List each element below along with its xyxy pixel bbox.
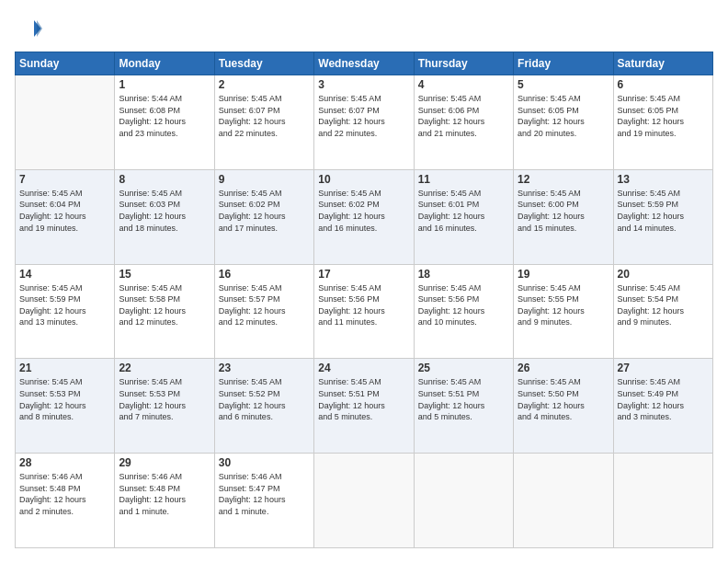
day-number: 3 <box>318 78 409 91</box>
day-info: Sunrise: 5:46 AM Sunset: 5:48 PM Dayligh… <box>119 471 210 517</box>
day-number: 18 <box>418 268 509 281</box>
day-number: 19 <box>518 268 609 281</box>
day-number: 27 <box>618 362 709 374</box>
weekday-header-wednesday: Wednesday <box>314 52 414 75</box>
day-number: 20 <box>618 268 709 281</box>
day-info: Sunrise: 5:46 AM Sunset: 5:47 PM Dayligh… <box>219 471 310 517</box>
weekday-header-tuesday: Tuesday <box>214 52 313 75</box>
calendar-cell: 16Sunrise: 5:45 AM Sunset: 5:57 PM Dayli… <box>214 264 313 359</box>
day-number: 28 <box>19 456 110 469</box>
day-number: 11 <box>418 173 509 186</box>
day-info: Sunrise: 5:45 AM Sunset: 5:52 PM Dayligh… <box>219 376 310 422</box>
header <box>15 15 713 42</box>
calendar-week-row: 7Sunrise: 5:45 AM Sunset: 6:04 PM Daylig… <box>16 169 713 264</box>
day-number: 1 <box>119 78 210 91</box>
calendar-cell: 18Sunrise: 5:45 AM Sunset: 5:56 PM Dayli… <box>414 264 513 359</box>
calendar-cell: 4Sunrise: 5:45 AM Sunset: 6:06 PM Daylig… <box>414 75 513 170</box>
calendar-week-row: 21Sunrise: 5:45 AM Sunset: 5:53 PM Dayli… <box>16 359 713 454</box>
weekday-header-monday: Monday <box>115 52 214 75</box>
calendar-cell: 2Sunrise: 5:45 AM Sunset: 6:07 PM Daylig… <box>214 75 313 170</box>
day-info: Sunrise: 5:45 AM Sunset: 5:54 PM Dayligh… <box>618 282 709 328</box>
day-info: Sunrise: 5:45 AM Sunset: 6:07 PM Dayligh… <box>318 93 409 139</box>
calendar-cell <box>414 454 513 548</box>
day-number: 22 <box>119 362 210 374</box>
svg-marker-1 <box>37 20 42 37</box>
day-number: 23 <box>219 362 310 374</box>
calendar-cell: 5Sunrise: 5:45 AM Sunset: 6:05 PM Daylig… <box>514 75 613 170</box>
day-info: Sunrise: 5:45 AM Sunset: 5:56 PM Dayligh… <box>418 282 509 328</box>
day-info: Sunrise: 5:45 AM Sunset: 5:53 PM Dayligh… <box>19 376 110 422</box>
day-number: 17 <box>318 268 409 281</box>
weekday-header-row: SundayMondayTuesdayWednesdayThursdayFrid… <box>16 52 713 75</box>
calendar-cell: 27Sunrise: 5:45 AM Sunset: 5:49 PM Dayli… <box>613 359 712 454</box>
day-number: 10 <box>318 173 409 186</box>
calendar-cell: 19Sunrise: 5:45 AM Sunset: 5:55 PM Dayli… <box>514 264 613 359</box>
day-info: Sunrise: 5:45 AM Sunset: 6:04 PM Dayligh… <box>19 188 110 234</box>
day-info: Sunrise: 5:45 AM Sunset: 5:57 PM Dayligh… <box>219 282 310 328</box>
day-info: Sunrise: 5:45 AM Sunset: 5:55 PM Dayligh… <box>518 282 609 328</box>
day-info: Sunrise: 5:45 AM Sunset: 5:56 PM Dayligh… <box>318 282 409 328</box>
day-info: Sunrise: 5:45 AM Sunset: 6:03 PM Dayligh… <box>119 188 210 234</box>
day-info: Sunrise: 5:45 AM Sunset: 6:07 PM Dayligh… <box>219 93 310 139</box>
calendar-cell: 3Sunrise: 5:45 AM Sunset: 6:07 PM Daylig… <box>314 75 414 170</box>
day-number: 26 <box>518 362 609 374</box>
day-info: Sunrise: 5:45 AM Sunset: 5:59 PM Dayligh… <box>19 282 110 328</box>
calendar-cell: 24Sunrise: 5:45 AM Sunset: 5:51 PM Dayli… <box>314 359 414 454</box>
calendar-cell: 17Sunrise: 5:45 AM Sunset: 5:56 PM Dayli… <box>314 264 414 359</box>
day-number: 6 <box>618 78 709 91</box>
day-number: 25 <box>418 362 509 374</box>
calendar-week-row: 28Sunrise: 5:46 AM Sunset: 5:48 PM Dayli… <box>16 454 713 548</box>
logo-icon <box>15 15 42 42</box>
day-info: Sunrise: 5:45 AM Sunset: 6:06 PM Dayligh… <box>418 93 509 139</box>
calendar-cell: 6Sunrise: 5:45 AM Sunset: 6:05 PM Daylig… <box>613 75 712 170</box>
calendar-cell: 29Sunrise: 5:46 AM Sunset: 5:48 PM Dayli… <box>115 454 214 548</box>
day-info: Sunrise: 5:45 AM Sunset: 5:59 PM Dayligh… <box>618 188 709 234</box>
calendar-cell: 10Sunrise: 5:45 AM Sunset: 6:02 PM Dayli… <box>314 169 414 264</box>
day-number: 5 <box>518 78 609 91</box>
page: SundayMondayTuesdayWednesdayThursdayFrid… <box>0 0 728 563</box>
weekday-header-thursday: Thursday <box>414 52 513 75</box>
logo <box>15 15 46 42</box>
calendar-cell <box>514 454 613 548</box>
day-info: Sunrise: 5:45 AM Sunset: 5:51 PM Dayligh… <box>318 376 409 422</box>
calendar-table: SundayMondayTuesdayWednesdayThursdayFrid… <box>15 52 713 548</box>
day-info: Sunrise: 5:44 AM Sunset: 6:08 PM Dayligh… <box>119 93 210 139</box>
calendar-cell: 9Sunrise: 5:45 AM Sunset: 6:02 PM Daylig… <box>214 169 313 264</box>
calendar-cell: 23Sunrise: 5:45 AM Sunset: 5:52 PM Dayli… <box>214 359 313 454</box>
day-number: 30 <box>219 456 310 469</box>
day-number: 16 <box>219 268 310 281</box>
day-info: Sunrise: 5:45 AM Sunset: 6:05 PM Dayligh… <box>618 93 709 139</box>
day-number: 21 <box>19 362 110 374</box>
calendar-cell: 30Sunrise: 5:46 AM Sunset: 5:47 PM Dayli… <box>214 454 313 548</box>
calendar-cell <box>613 454 712 548</box>
day-number: 24 <box>318 362 409 374</box>
weekday-header-friday: Friday <box>514 52 613 75</box>
calendar-cell: 15Sunrise: 5:45 AM Sunset: 5:58 PM Dayli… <box>115 264 214 359</box>
calendar-cell: 21Sunrise: 5:45 AM Sunset: 5:53 PM Dayli… <box>16 359 115 454</box>
day-info: Sunrise: 5:45 AM Sunset: 6:00 PM Dayligh… <box>518 188 609 234</box>
calendar-cell: 13Sunrise: 5:45 AM Sunset: 5:59 PM Dayli… <box>613 169 712 264</box>
day-info: Sunrise: 5:45 AM Sunset: 5:49 PM Dayligh… <box>618 376 709 422</box>
calendar-cell: 26Sunrise: 5:45 AM Sunset: 5:50 PM Dayli… <box>514 359 613 454</box>
calendar-cell: 1Sunrise: 5:44 AM Sunset: 6:08 PM Daylig… <box>115 75 214 170</box>
calendar-cell: 11Sunrise: 5:45 AM Sunset: 6:01 PM Dayli… <box>414 169 513 264</box>
calendar-cell: 28Sunrise: 5:46 AM Sunset: 5:48 PM Dayli… <box>16 454 115 548</box>
calendar-cell: 25Sunrise: 5:45 AM Sunset: 5:51 PM Dayli… <box>414 359 513 454</box>
calendar-cell <box>16 75 115 170</box>
weekday-header-saturday: Saturday <box>613 52 712 75</box>
day-info: Sunrise: 5:45 AM Sunset: 6:05 PM Dayligh… <box>518 93 609 139</box>
day-number: 29 <box>119 456 210 469</box>
day-number: 2 <box>219 78 310 91</box>
calendar-cell: 12Sunrise: 5:45 AM Sunset: 6:00 PM Dayli… <box>514 169 613 264</box>
day-number: 12 <box>518 173 609 186</box>
day-info: Sunrise: 5:45 AM Sunset: 5:58 PM Dayligh… <box>119 282 210 328</box>
calendar-week-row: 14Sunrise: 5:45 AM Sunset: 5:59 PM Dayli… <box>16 264 713 359</box>
day-info: Sunrise: 5:45 AM Sunset: 6:01 PM Dayligh… <box>418 188 509 234</box>
calendar-week-row: 1Sunrise: 5:44 AM Sunset: 6:08 PM Daylig… <box>16 75 713 170</box>
weekday-header-sunday: Sunday <box>16 52 115 75</box>
calendar-cell: 7Sunrise: 5:45 AM Sunset: 6:04 PM Daylig… <box>16 169 115 264</box>
calendar-cell <box>314 454 414 548</box>
day-number: 4 <box>418 78 509 91</box>
day-info: Sunrise: 5:45 AM Sunset: 6:02 PM Dayligh… <box>318 188 409 234</box>
calendar-cell: 20Sunrise: 5:45 AM Sunset: 5:54 PM Dayli… <box>613 264 712 359</box>
